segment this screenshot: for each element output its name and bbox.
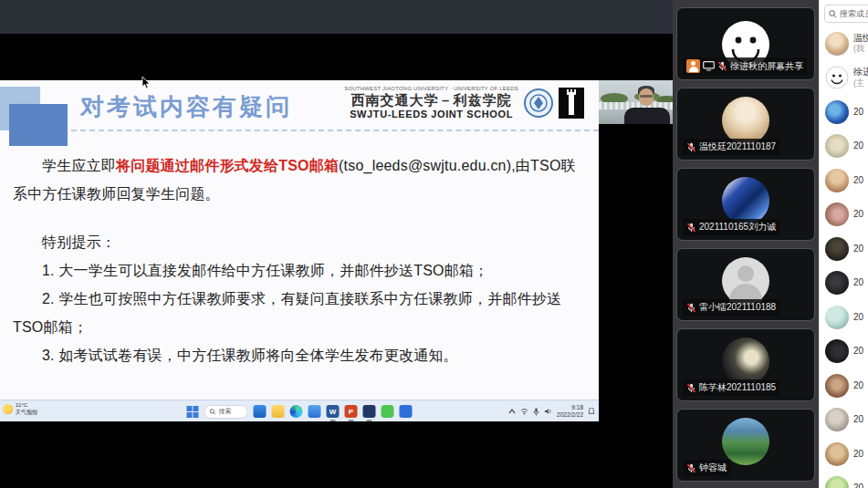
wechat-icon[interactable] bbox=[382, 405, 394, 418]
avatar bbox=[722, 177, 769, 224]
avatar bbox=[825, 271, 849, 295]
slide-body: 学生应立即将问题通过邮件形式发给TSO邮箱(tso_leeds@swjtu.ed… bbox=[13, 151, 590, 369]
member-name: 20 bbox=[853, 483, 863, 488]
taskbar-search-box[interactable]: 搜索 bbox=[204, 405, 248, 419]
tile-participant-1[interactable]: 温悦廷2021110187 bbox=[676, 88, 815, 161]
volume-icon[interactable] bbox=[544, 408, 552, 415]
tile-participant-4[interactable]: 陈芓林2021110185 bbox=[676, 328, 815, 401]
slide-paragraph-1: 学生应立即将问题通过邮件形式发给TSO邮箱(tso_leeds@swjtu.ed… bbox=[13, 151, 590, 208]
avatar bbox=[825, 442, 849, 466]
mic-muted-icon bbox=[686, 223, 696, 233]
member-name: 20 bbox=[853, 277, 863, 289]
member-name: 20 bbox=[853, 209, 863, 221]
member-row[interactable]: 温悦(我 bbox=[820, 26, 868, 61]
weather-caption: 天气预报 bbox=[16, 410, 37, 417]
tile-participant-5[interactable]: 钟容城 bbox=[676, 409, 815, 482]
screen-share-title: 徐进秋的屏幕共享 bbox=[730, 60, 803, 73]
tray-chevron-up-icon[interactable] bbox=[508, 409, 516, 414]
tile-screen-share[interactable]: 徐进秋的屏幕共享 bbox=[676, 7, 815, 80]
mic-muted-icon bbox=[686, 463, 696, 473]
member-name: 20 bbox=[853, 346, 863, 358]
member-row[interactable]: 20 bbox=[820, 232, 868, 266]
slide-title-divider bbox=[71, 130, 599, 131]
camera-app-icon[interactable] bbox=[309, 405, 321, 418]
avatar bbox=[825, 100, 849, 124]
taskbar-weather-widget[interactable]: 11°C 天气预报 bbox=[3, 402, 37, 417]
shared-screen-area: 对考试内容有疑问 SOUTHWEST JIAOTONG UNIVERSITY ·… bbox=[0, 0, 673, 488]
avatar bbox=[825, 306, 849, 329]
avatar bbox=[825, 476, 849, 488]
school-name-cn: 西南交通大学－利兹学院 bbox=[344, 92, 518, 109]
screen-share-icon bbox=[703, 61, 715, 71]
edge-browser-icon[interactable] bbox=[290, 405, 303, 418]
shared-screen-top-bar bbox=[0, 0, 673, 34]
powerpoint-icon[interactable]: P bbox=[345, 405, 358, 418]
member-row[interactable]: 20 bbox=[820, 437, 868, 472]
tile-participant-2[interactable]: 2021110165刘力诚 bbox=[676, 168, 815, 241]
avatar bbox=[825, 374, 849, 398]
avatar bbox=[825, 32, 849, 56]
participant-name: 温悦廷2021110187 bbox=[699, 140, 776, 153]
member-row[interactable]: 20 bbox=[820, 95, 868, 130]
avatar bbox=[825, 237, 849, 261]
leeds-tower-icon bbox=[559, 88, 584, 119]
folder-icon[interactable] bbox=[272, 405, 285, 418]
member-name: 温悦 bbox=[853, 33, 868, 45]
network-icon[interactable] bbox=[520, 408, 528, 415]
mic-muted-icon bbox=[717, 61, 727, 71]
weather-temperature: 11°C bbox=[16, 402, 37, 410]
tile-label: 徐进秋的屏幕共享 bbox=[683, 57, 807, 75]
avatar bbox=[825, 202, 849, 226]
member-row[interactable]: 20 bbox=[820, 130, 868, 164]
member-row[interactable]: 徐进(主 bbox=[820, 61, 868, 96]
member-row[interactable]: 20 bbox=[820, 163, 868, 198]
tile-label: 钟容城 bbox=[683, 460, 730, 476]
member-row[interactable]: 20 bbox=[820, 300, 868, 335]
avatar bbox=[722, 418, 769, 465]
search-icon bbox=[210, 409, 216, 415]
participant-name: 钟容城 bbox=[699, 462, 727, 474]
word-icon[interactable]: W bbox=[327, 405, 340, 418]
weather-sun-icon bbox=[3, 404, 13, 414]
mic-tray-icon[interactable] bbox=[533, 408, 539, 416]
file-explorer-icon[interactable] bbox=[254, 405, 267, 418]
avatar-default-person bbox=[722, 257, 769, 305]
slide-tip-3: 3. 如考试试卷有误，中方任课教师将向全体学生发布更改通知。 bbox=[13, 341, 590, 369]
member-name: 20 bbox=[853, 380, 863, 392]
system-tray: 9:18 2022/2/22 bbox=[508, 400, 595, 422]
member-search-box[interactable] bbox=[824, 5, 868, 23]
presenter-badge-icon bbox=[686, 59, 700, 73]
member-search-input[interactable] bbox=[840, 9, 868, 18]
presentation-slide: 对考试内容有疑问 SOUTHWEST JIAOTONG UNIVERSITY ·… bbox=[0, 80, 599, 400]
start-button[interactable] bbox=[187, 406, 199, 418]
slide-tip-2: 2. 学生也可按照中方任课教师要求，有疑问直接联系中方任课教师，并邮件抄送TSO… bbox=[13, 285, 590, 341]
tile-participant-3[interactable]: 雷小镭2021110188 bbox=[676, 248, 815, 321]
office-app-icon[interactable] bbox=[363, 405, 376, 418]
member-list-panel: 温悦(我 徐进(主 20 20 20 20 20 20 20 20 20 20 … bbox=[819, 0, 868, 488]
member-row[interactable]: 20 bbox=[820, 472, 868, 488]
member-row[interactable]: 20 bbox=[820, 403, 868, 438]
mic-muted-icon bbox=[686, 303, 696, 313]
meeting-window: 对考试内容有疑问 SOUTHWEST JIAOTONG UNIVERSITY ·… bbox=[0, 0, 868, 488]
member-row[interactable]: 20 bbox=[820, 266, 868, 301]
member-name: 20 bbox=[853, 414, 863, 426]
avatar bbox=[722, 337, 769, 385]
member-name: 20 bbox=[853, 107, 863, 119]
meeting-app-icon[interactable] bbox=[400, 405, 413, 418]
notification-icon[interactable] bbox=[588, 408, 595, 415]
member-name: 20 bbox=[853, 140, 863, 152]
school-logo-header: SOUTHWEST JIAOTONG UNIVERSITY · UNIVERSI… bbox=[344, 86, 584, 120]
search-icon bbox=[829, 10, 837, 18]
mic-muted-icon bbox=[686, 383, 696, 393]
member-name: 20 bbox=[853, 449, 863, 461]
member-row[interactable]: 20 bbox=[820, 369, 868, 403]
member-row[interactable]: 20 bbox=[820, 335, 868, 369]
mic-muted-icon bbox=[686, 142, 696, 152]
tile-label: 雷小镭2021110188 bbox=[683, 299, 779, 316]
tile-label: 2021110165刘力诚 bbox=[683, 219, 779, 235]
tile-label: 温悦廷2021110187 bbox=[683, 139, 779, 155]
presenter-webcam-video[interactable] bbox=[599, 80, 673, 124]
windows-taskbar: 11°C 天气预报 搜索 W P bbox=[0, 400, 599, 421]
member-row[interactable]: 20 bbox=[820, 198, 868, 233]
taskbar-clock[interactable]: 9:18 2022/2/22 bbox=[557, 404, 583, 420]
